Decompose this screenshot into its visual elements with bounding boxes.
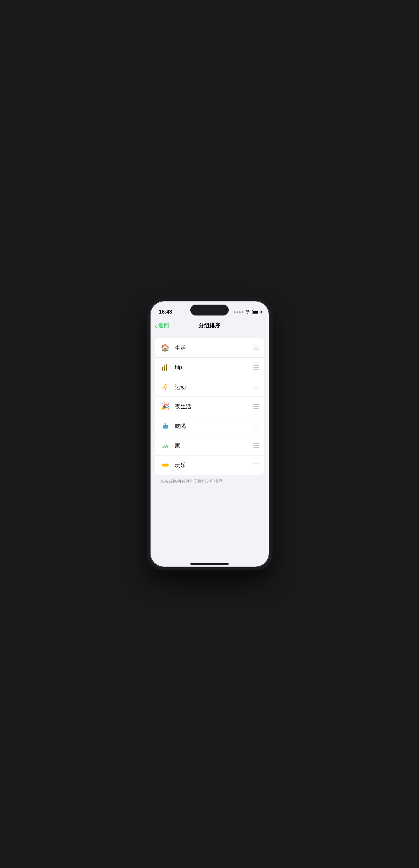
signal-dots (234, 311, 243, 313)
list-item[interactable]: 家 (155, 436, 264, 456)
drag-handle-5[interactable] (253, 424, 259, 428)
svg-rect-0 (162, 367, 163, 371)
home-indicator (190, 563, 229, 565)
drag-handle-4[interactable] (253, 404, 259, 409)
content-area: 🏠 生活 hip (150, 332, 269, 484)
nav-header: ‹ 返回 分组排序 (150, 318, 269, 332)
battery-fill (253, 311, 259, 314)
signal-dot-3 (239, 311, 241, 313)
item-icon-sport (160, 382, 171, 392)
hint-text: 长按或拖动右边的三横条进行排序 (155, 475, 264, 484)
phone-frame: 16:43 ‹ 返回 (147, 298, 273, 570)
item-icon-home2 (160, 440, 171, 451)
item-icon-food (160, 421, 171, 431)
list-item[interactable]: 玩乐 (155, 456, 264, 475)
signal-dot-4 (242, 311, 243, 313)
drag-handle-6[interactable] (253, 443, 259, 448)
back-button[interactable]: ‹ 返回 (155, 322, 170, 329)
drag-handle-2[interactable] (253, 365, 259, 370)
status-time: 16:43 (159, 309, 172, 315)
svg-point-7 (166, 463, 169, 466)
svg-rect-1 (164, 366, 165, 371)
back-chevron-icon: ‹ (155, 322, 157, 329)
back-label: 返回 (158, 322, 169, 329)
item-label-1: 生活 (175, 344, 253, 352)
list-item[interactable]: 运动 (155, 377, 264, 397)
battery-icon (252, 310, 261, 314)
status-icons (234, 309, 261, 314)
item-label-6: 家 (175, 442, 253, 450)
list-item[interactable]: 🎉 夜生活 (155, 397, 264, 416)
drag-handle-3[interactable] (253, 385, 259, 389)
item-icon-fun (160, 460, 171, 470)
signal-dot-2 (236, 311, 238, 313)
item-icon-hip (160, 362, 171, 372)
drag-handle-1[interactable] (253, 346, 259, 350)
item-label-7: 玩乐 (175, 462, 253, 469)
list-item[interactable]: hip (155, 358, 264, 377)
item-icon-nightlife: 🎉 (160, 401, 171, 411)
item-label-5: 吃喝 (175, 423, 253, 430)
wifi-icon (245, 309, 250, 314)
svg-rect-4 (163, 425, 168, 429)
group-list: 🏠 生活 hip (155, 338, 264, 475)
svg-point-3 (165, 384, 167, 385)
list-item[interactable]: 吃喝 (155, 416, 264, 436)
drag-handle-7[interactable] (253, 463, 259, 467)
svg-rect-2 (166, 364, 167, 371)
list-item[interactable]: 🏠 生活 (155, 338, 264, 358)
item-label-4: 夜生活 (175, 403, 253, 410)
page-title: 分组排序 (199, 322, 220, 329)
item-label-2: hip (175, 364, 253, 371)
signal-dot-1 (234, 311, 235, 313)
dynamic-island (190, 305, 229, 315)
item-label-3: 运动 (175, 383, 253, 391)
item-icon-home: 🏠 (160, 343, 171, 353)
